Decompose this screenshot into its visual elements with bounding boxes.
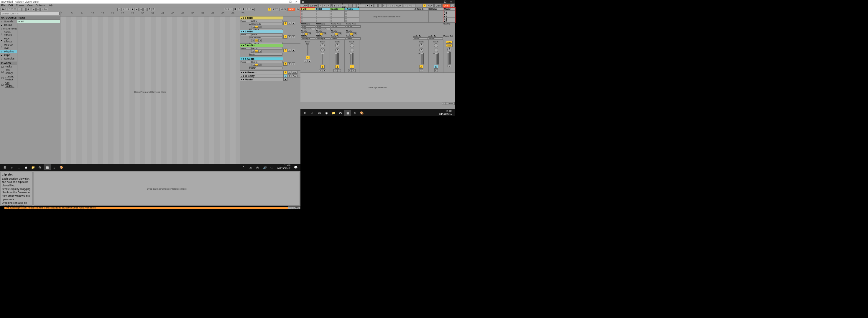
search-input[interactable]: Search (Ctrl + F) xyxy=(1,12,60,15)
track-4-mon-in[interactable]: In xyxy=(251,64,254,66)
start-button-2[interactable]: ⊞ xyxy=(302,110,309,116)
track-1-device-sel[interactable]: None xyxy=(241,20,251,22)
cat-instruments[interactable]: ▸Instruments xyxy=(0,27,17,30)
cat-sounds[interactable]: ▸Sounds xyxy=(0,20,17,23)
overdub-button[interactable]: + xyxy=(143,8,147,11)
scene-5[interactable]: ▸5 xyxy=(443,20,455,22)
track-3-audio[interactable]: ▾●3 Audio xyxy=(240,44,283,47)
track-1-mon-auto[interactable]: Auto xyxy=(255,26,258,28)
track-4-activator[interactable]: 4 xyxy=(283,62,287,66)
track-4-output[interactable]: Master xyxy=(249,67,282,69)
maximize-button-2[interactable]: ☐ xyxy=(442,0,448,3)
tempo-2[interactable]: 120.00 xyxy=(308,4,318,7)
midi-map-button[interactable]: MIDI xyxy=(280,8,287,11)
track-3-mon-off[interactable]: Off xyxy=(258,50,261,53)
return-b-activator[interactable]: B xyxy=(283,74,287,78)
cat-samples[interactable]: ▸Samples xyxy=(0,57,17,60)
stop-button[interactable]: ■ xyxy=(135,8,138,11)
punch-out-button[interactable]: ⊐ xyxy=(242,8,245,11)
store-icon-2[interactable]: 🛍 xyxy=(337,110,344,116)
place-packs[interactable]: ▢Packs xyxy=(0,65,17,68)
track-1-mon-in[interactable]: In xyxy=(251,26,254,28)
track-3-device-sel[interactable]: None xyxy=(241,47,251,50)
arrangement-position[interactable]: 1. 1. 1 xyxy=(121,8,130,11)
explorer-icon-2[interactable]: 📁 xyxy=(330,110,337,116)
cat-drums[interactable]: ▸Drums xyxy=(0,23,17,27)
t2-in[interactable]: All Ins xyxy=(316,25,331,28)
cat-max-for-live[interactable]: ▸Max for Live xyxy=(0,43,17,50)
track-1-input[interactable]: All Ins xyxy=(251,20,282,22)
close-button-2[interactable]: ✕ xyxy=(448,0,454,3)
track-3-solo[interactable]: S xyxy=(288,49,291,51)
app-icon-2[interactable]: ♫ xyxy=(51,164,58,170)
arrangement-canvas[interactable]: Drop Files and Devices Here xyxy=(60,16,240,167)
track-2-mon-off[interactable]: Off xyxy=(258,39,261,42)
t2-ch[interactable]: All Channels xyxy=(316,28,331,30)
t3-in[interactable]: Ext. In xyxy=(331,25,346,28)
place-user-library[interactable]: ▢User Library xyxy=(0,68,17,75)
solo-1[interactable]: S xyxy=(304,60,308,63)
loop-start[interactable]: 3. 1. 1 xyxy=(224,8,233,11)
tempo-nudge-down[interactable]: ‹ xyxy=(18,8,22,11)
cat-plug-ins[interactable]: ▸Plug-ins xyxy=(0,50,17,53)
t1-ch[interactable]: All Channels xyxy=(301,28,315,30)
track-1-solo[interactable]: S xyxy=(288,22,291,25)
t1-out[interactable]: No Output xyxy=(301,37,315,40)
place-current-project[interactable]: ▢Current Project xyxy=(0,75,17,81)
clip-slot[interactable] xyxy=(301,11,315,13)
task-view-icon[interactable]: ▭ xyxy=(16,164,22,170)
fader-2[interactable] xyxy=(322,53,323,65)
tray-volume-icon[interactable]: 🔊 xyxy=(261,164,268,170)
quantize-menu[interactable]: 1 Bar xyxy=(40,8,49,11)
clip-slot[interactable] xyxy=(301,13,315,15)
track-2-device-sel[interactable]: None xyxy=(241,33,251,36)
return-b-solo[interactable]: S xyxy=(288,74,291,77)
t3-out[interactable]: Master xyxy=(331,37,346,40)
sig-denominator[interactable]: 4 xyxy=(32,8,35,11)
beat-ruler[interactable]: 1 5 9 13 17 21 25 29 33 37 41 45 49 53 5… xyxy=(60,11,301,16)
notifications-icon[interactable]: 💬 xyxy=(292,164,299,170)
master-post[interactable]: Post xyxy=(446,41,453,44)
session-return-b[interactable]: B Delay xyxy=(429,8,443,22)
track-2-mon-auto[interactable]: Auto xyxy=(255,39,258,42)
tray-chevron-icon[interactable]: ^ xyxy=(240,164,247,170)
name-column-header[interactable]: Name xyxy=(18,16,60,20)
track-4-mon-off[interactable]: Off xyxy=(258,64,261,66)
start-button[interactable]: ⊞ xyxy=(1,164,8,170)
t1-in[interactable]: All Ins xyxy=(301,25,315,28)
session-track-2[interactable]: 2 MIDI xyxy=(315,8,330,22)
track-2-arm[interactable]: ● xyxy=(291,35,295,38)
clock[interactable]: 01:0504/03/2017 xyxy=(275,164,292,170)
tap-tempo-2[interactable]: TAP xyxy=(301,4,308,7)
master-solo[interactable]: ■ xyxy=(283,78,287,81)
track-1-mon-off[interactable]: Off xyxy=(258,26,261,28)
tray-cloud-icon[interactable]: ☁ xyxy=(247,164,254,170)
fader-1[interactable] xyxy=(307,43,308,55)
draw-mode-button[interactable]: ✎ xyxy=(268,8,271,11)
track-1-activator[interactable]: 1 xyxy=(283,22,287,25)
ra-out[interactable]: Master xyxy=(413,37,428,40)
track-4-solo[interactable]: S xyxy=(288,63,291,65)
return-a-activator[interactable]: A xyxy=(283,71,287,74)
search-icon[interactable]: ⌕ xyxy=(8,164,16,170)
metronome-button[interactable]: ○ xyxy=(36,8,40,11)
track-2-solo[interactable]: S xyxy=(288,35,291,38)
track-4-device-sel[interactable]: None xyxy=(241,61,251,63)
cat-audio-effects[interactable]: ▸Audio Effects xyxy=(0,30,17,37)
ableton-icon-2[interactable]: ▦ xyxy=(344,110,351,116)
session-return-a[interactable]: A Reverb xyxy=(414,8,429,22)
play-2[interactable]: ▶ xyxy=(366,4,369,7)
tempo-field[interactable]: 120.00 xyxy=(8,8,18,11)
punch-in-button[interactable]: ⊏ xyxy=(234,8,237,11)
chrome-icon[interactable]: ◉ xyxy=(22,164,30,170)
track-4-input[interactable]: Ext. In xyxy=(251,61,282,63)
menu-view[interactable]: View xyxy=(27,4,32,7)
tap-tempo-button[interactable]: TAP xyxy=(1,8,7,11)
return-b-delay[interactable]: ▸●B Delay xyxy=(240,74,283,77)
track-3-mon-auto[interactable]: Auto xyxy=(255,50,258,53)
menu-edit[interactable]: Edit xyxy=(8,4,13,7)
menu-create[interactable]: Create xyxy=(16,4,24,7)
track-2-activator[interactable]: 2 xyxy=(283,35,287,39)
cue-volume[interactable] xyxy=(447,47,452,51)
task-view-icon-2[interactable]: ▭ xyxy=(316,110,323,116)
